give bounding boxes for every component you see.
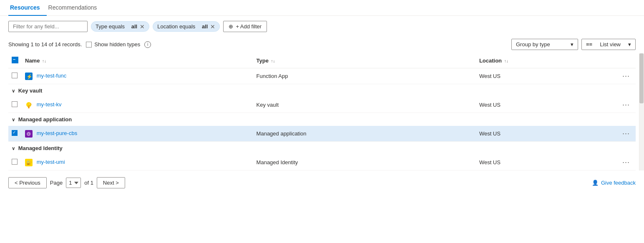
svg-text:🔐: 🔐 <box>26 160 32 165</box>
right-controls: Group by type ▾ ≡≡ List view ▾ <box>511 39 636 50</box>
table-row-selected: ⬡ my-test-pure-cbs Managed application W… <box>8 126 636 142</box>
row-type: Function App <box>253 68 476 84</box>
table-row: 🔑 my-test-kv Key vault West US ··· <box>8 97 636 113</box>
header-checkbox[interactable] <box>12 57 18 63</box>
previous-button[interactable]: < Previous <box>8 177 47 188</box>
table-header-row: Name ↑↓ Type ↑↓ Location ↑↓ <box>8 53 636 68</box>
group-by-dropdown[interactable]: Group by type ▾ <box>511 39 578 50</box>
row-name: ⬡ my-test-pure-cbs <box>22 126 253 142</box>
pagination-left: < Previous Page 1 of 1 Next > <box>8 177 125 188</box>
row-checkbox-cell <box>8 155 22 170</box>
table-area: Name ↑↓ Type ↑↓ Location ↑↓ <box>0 53 644 170</box>
row-name-link[interactable]: my-test-pure-cbs <box>37 130 78 136</box>
row-type: Key vault <box>253 97 476 113</box>
svg-text:⬡: ⬡ <box>27 132 30 136</box>
show-hidden-checkbox[interactable] <box>86 42 92 48</box>
row-location: West US <box>476 155 616 170</box>
group-header-row: ∨ Key vault <box>8 84 636 98</box>
scrollbar[interactable] <box>639 53 644 170</box>
pagination-row: < Previous Page 1 of 1 Next > 👤 Give fee… <box>0 170 644 193</box>
group-by-chevron: ▾ <box>571 41 574 48</box>
row-checkbox[interactable] <box>12 159 18 165</box>
header-type[interactable]: Type ↑↓ <box>253 53 476 68</box>
add-filter-label: + Add filter <box>236 23 262 30</box>
type-sort-icon: ↑↓ <box>271 59 275 63</box>
group-header-row: ∨ Managed application <box>8 113 636 126</box>
row-checkbox-cell <box>8 126 22 142</box>
list-view-chevron: ▾ <box>628 41 631 48</box>
row-name-link[interactable]: my-test-kv <box>37 101 62 108</box>
header-name[interactable]: Name ↑↓ <box>22 53 253 68</box>
group-header-label: Managed Identity <box>18 145 63 151</box>
page-text-label: Page <box>50 180 63 186</box>
svg-text:⚡: ⚡ <box>26 73 33 80</box>
header-actions <box>616 53 636 68</box>
type-filter-label: Type equals <box>96 23 125 30</box>
page-of-text: of 1 <box>84 180 93 186</box>
resources-table: Name ↑↓ Type ↑↓ Location ↑↓ <box>8 53 636 170</box>
row-checkbox-checked[interactable] <box>12 130 18 136</box>
row-name-link[interactable]: my-test-func <box>37 73 67 79</box>
show-hidden-label[interactable]: Show hidden types <box>86 41 140 48</box>
table-row: ⚡ my-test-func Function App West US ··· <box>8 68 636 84</box>
tab-recommendations[interactable]: Recommendations <box>47 0 104 16</box>
group-chevron-icon[interactable]: ∨ <box>12 146 15 151</box>
svg-text:🔑: 🔑 <box>28 103 32 107</box>
row-more: ··· <box>616 126 636 142</box>
row-checkbox-cell <box>8 68 22 84</box>
scroll-thumb[interactable] <box>639 53 644 103</box>
list-view-label: List view <box>600 41 621 48</box>
row-checkbox[interactable] <box>12 73 18 78</box>
row-more: ··· <box>616 68 636 84</box>
group-chevron-icon[interactable]: ∨ <box>12 88 15 93</box>
group-header-cell: ∨ Managed Identity <box>8 142 636 155</box>
function-app-icon: ⚡ <box>25 73 33 80</box>
header-location[interactable]: Location ↑↓ <box>476 53 616 68</box>
give-feedback-button[interactable]: 👤 Give feedback <box>592 180 636 186</box>
info-icon[interactable]: i <box>144 41 151 48</box>
type-filter-chip: Type equals all ✕ <box>91 21 149 32</box>
show-hidden-text: Show hidden types <box>94 41 140 48</box>
showing-text: Showing 1 to 14 of 14 records. <box>8 41 82 48</box>
row-checkbox[interactable] <box>12 101 18 107</box>
page-select[interactable]: 1 <box>66 178 81 188</box>
name-sort-icon: ↑↓ <box>42 59 46 63</box>
left-controls: Showing 1 to 14 of 14 records. Show hidd… <box>8 41 151 48</box>
more-button[interactable]: ··· <box>620 71 632 81</box>
list-view-dropdown[interactable]: ≡≡ List view ▾ <box>581 39 636 50</box>
row-name-link[interactable]: my-test-umi <box>37 159 65 165</box>
feedback-area: 👤 Give feedback <box>592 180 636 186</box>
next-button[interactable]: Next > <box>97 177 125 188</box>
row-name: ⚡ my-test-func <box>22 68 253 84</box>
row-location: West US <box>476 68 616 84</box>
filter-input[interactable] <box>8 21 88 32</box>
row-checkbox-cell <box>8 97 22 113</box>
tab-resources[interactable]: Resources <box>8 0 47 16</box>
location-filter-value: all <box>202 23 208 30</box>
managed-identity-icon: 🔐 <box>25 159 33 166</box>
add-filter-button[interactable]: ⊕ + Add filter <box>223 21 267 32</box>
toolbar: Type equals all ✕ Location equals all ✕ … <box>0 16 644 37</box>
type-filter-close[interactable]: ✕ <box>140 24 145 30</box>
group-by-label: Group by type <box>516 41 550 48</box>
group-header-label: Key vault <box>18 88 43 94</box>
more-button[interactable]: ··· <box>620 128 632 139</box>
key-vault-icon: 🔑 <box>25 101 33 109</box>
row-location: West US <box>476 126 616 142</box>
controls-row: Showing 1 to 14 of 14 records. Show hidd… <box>0 37 644 53</box>
group-header-cell: ∨ Managed application <box>8 113 636 126</box>
row-location: West US <box>476 97 616 113</box>
group-chevron-icon[interactable]: ∨ <box>12 117 15 122</box>
header-checkbox-cell <box>8 53 22 68</box>
location-filter-close[interactable]: ✕ <box>210 24 215 30</box>
tabs-container: Resources Recommendations <box>0 0 644 16</box>
location-filter-label: Location equals <box>157 23 195 30</box>
type-filter-value: all <box>131 23 137 30</box>
more-button[interactable]: ··· <box>620 157 632 168</box>
location-filter-chip: Location equals all ✕ <box>153 21 220 32</box>
feedback-label: Give feedback <box>601 180 636 186</box>
row-more: ··· <box>616 155 636 170</box>
more-button[interactable]: ··· <box>620 100 632 110</box>
feedback-icon: 👤 <box>592 180 599 186</box>
row-type: Managed application <box>253 126 476 142</box>
